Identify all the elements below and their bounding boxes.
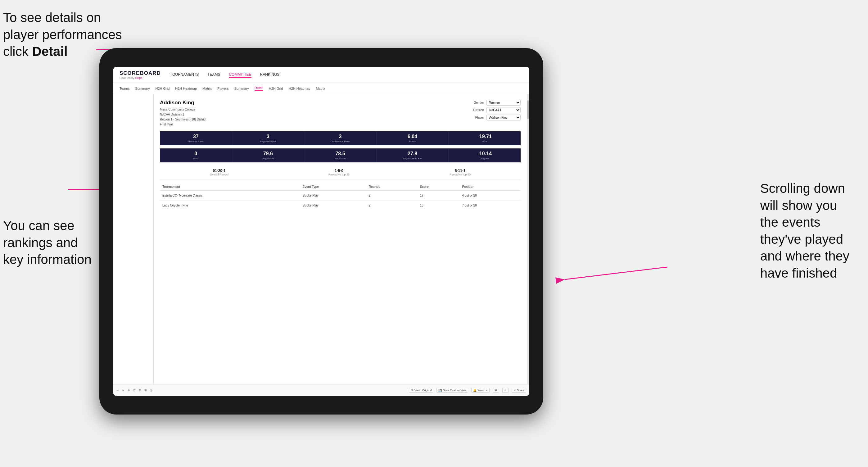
subnav-summary2[interactable]: Summary (235, 87, 249, 90)
player-division: NJCAA Division 1 (160, 112, 207, 117)
logo-powered: Powered by clippd (120, 76, 161, 80)
stat-cell: 27.8Avg Score to Par (377, 148, 449, 162)
subnav-teams[interactable]: Teams (120, 87, 129, 90)
stat-cell: -19.71SoS (448, 131, 521, 145)
filter-player-row: Player Addison King (469, 115, 521, 121)
nav-committee[interactable]: COMMITTEE (229, 72, 251, 78)
cell-position: 4 out of 20 (460, 191, 521, 200)
toolbar-icon-4[interactable]: ⊡ (133, 389, 136, 392)
records-row: 91-20-1Overall Record1-5-0Record vs top … (160, 165, 521, 180)
subnav-h2h-heatmap[interactable]: H2H Heatmap (175, 87, 197, 90)
cell-score: 16 (417, 200, 460, 211)
filter-gender-label: Gender (469, 101, 484, 104)
subnav-h2h-grid[interactable]: H2H Grid (155, 87, 169, 90)
nav-bar: SCOREBOARD Powered by clippd TOURNAMENTS… (113, 67, 529, 83)
save-view-icon: 💾 (438, 389, 442, 392)
col-score: Score (417, 183, 460, 191)
table-row: Estella CC- Mountain Classic Stroke Play… (160, 191, 521, 200)
filter-gender-select[interactable]: Women (487, 100, 521, 105)
stats-row-2: 0Wins79.6Avg Score78.5Adj Score27.8Avg S… (160, 148, 521, 162)
subnav-players[interactable]: Players (217, 87, 229, 90)
nav-teams[interactable]: TEAMS (207, 72, 220, 78)
record-item: 5-11-1Record vs top 50 (450, 168, 471, 176)
player-filters: Gender Women Division NJCAA I (469, 100, 521, 121)
nav-tournaments[interactable]: TOURNAMENTS (170, 72, 199, 78)
col-event-type: Event Type (300, 183, 366, 191)
nav-rankings[interactable]: RANKINGS (260, 72, 280, 78)
record-item: 91-20-1Overall Record (210, 168, 228, 176)
toolbar-redo-icon[interactable]: ↪ (122, 389, 124, 392)
toolbar-watch[interactable]: 🔔 Watch ▾ (471, 388, 490, 393)
cell-tournament: Lady Coyote Invite (160, 200, 300, 211)
detail-panel: Addison King Mesa Community College NJCA… (154, 94, 527, 384)
sub-nav: Teams Summary H2H Grid H2H Heatmap Matri… (113, 83, 529, 94)
player-region: Region 1 - Southwest (18) District (160, 117, 207, 122)
toolbar-icon-7[interactable]: ◷ (150, 389, 152, 392)
stat-cell: 0Wins (160, 148, 232, 162)
cell-position: 7 out of 20 (460, 200, 521, 211)
stat-cell: 78.5Adj Score (304, 148, 377, 162)
stat-cell: 37National Rank (160, 131, 232, 145)
col-rounds: Rounds (366, 183, 417, 191)
toolbar-share[interactable]: ↗ Share (512, 388, 526, 393)
toolbar-icon-5[interactable]: ⊟ (139, 389, 141, 392)
toolbar-screen[interactable]: 🖥 (493, 388, 499, 393)
player-info: Addison King Mesa Community College NJCA… (160, 100, 207, 127)
player-header: Addison King Mesa Community College NJCA… (160, 100, 521, 127)
subnav-matrix2[interactable]: Matrix (316, 87, 325, 90)
cell-rounds: 2 (366, 200, 417, 211)
filter-division-row: Division NJCAA I (469, 107, 521, 113)
sidebar (113, 94, 154, 384)
player-year: First Year (160, 122, 207, 127)
player-name: Addison King (160, 100, 207, 106)
annotation-top-left: To see details on player performances cl… (3, 9, 122, 60)
cell-event-type: Stroke Play (300, 191, 366, 200)
scroll-track[interactable] (527, 94, 529, 384)
player-college: Mesa Community College (160, 107, 207, 112)
toolbar-save-custom-view[interactable]: 💾 Save Custom View (436, 388, 468, 393)
record-item: 1-5-0Record vs top 25 (329, 168, 349, 176)
cell-rounds: 2 (366, 191, 417, 200)
cell-score: 17 (417, 191, 460, 200)
nav-links: TOURNAMENTS TEAMS COMMITTEE RANKINGS (170, 72, 279, 78)
cell-tournament: Estella CC- Mountain Classic (160, 191, 300, 200)
table-header-row: Tournament Event Type Rounds Score Posit… (160, 183, 521, 191)
logo-area: SCOREBOARD Powered by clippd (120, 70, 161, 80)
stat-cell: 3Regional Rank (232, 131, 305, 145)
logo-scoreboard: SCOREBOARD (120, 70, 161, 76)
annotation-bottom-left: You can see rankings and key information (3, 217, 92, 268)
share-icon: ↗ (514, 389, 516, 392)
col-tournament: Tournament (160, 183, 300, 191)
table-row: Lady Coyote Invite Stroke Play 2 16 7 ou… (160, 200, 521, 211)
main-content: Addison King Mesa Community College NJCA… (113, 94, 529, 384)
stat-cell: 3Conference Rank (304, 131, 377, 145)
stat-cell: 79.6Avg Score (232, 148, 305, 162)
screen-icon: 🖥 (495, 389, 497, 392)
tablet-screen: SCOREBOARD Powered by clippd TOURNAMENTS… (113, 67, 529, 396)
subnav-detail[interactable]: Detail (254, 86, 263, 91)
filter-gender-row: Gender Women (469, 100, 521, 105)
subnav-h2h-grid2[interactable]: H2H Grid (269, 87, 283, 90)
toolbar-expand[interactable]: ⤢ (502, 388, 508, 393)
toolbar-undo-icon[interactable]: ↩ (116, 389, 119, 392)
watch-icon: 🔔 (473, 389, 476, 392)
filter-player-label: Player (469, 116, 484, 119)
scroll-thumb[interactable] (527, 100, 529, 119)
cell-event-type: Stroke Play (300, 200, 366, 211)
annotation-right: Scrolling down will show you the events … (760, 180, 849, 282)
filter-division-label: Division (469, 108, 484, 112)
stat-cell: -10.14Avg SG (448, 148, 521, 162)
events-table: Tournament Event Type Rounds Score Posit… (160, 183, 521, 210)
subnav-summary[interactable]: Summary (135, 87, 150, 90)
col-position: Position (460, 183, 521, 191)
view-original-icon: 👁 (411, 389, 413, 392)
toolbar-icon-3[interactable]: ⊕ (128, 389, 130, 392)
toolbar-view-original[interactable]: 👁 View: Original (409, 388, 433, 393)
subnav-h2h-heatmap2[interactable]: H2H Heatmap (289, 87, 310, 90)
subnav-matrix[interactable]: Matrix (203, 87, 212, 90)
filter-player-select[interactable]: Addison King (487, 115, 521, 121)
stat-cell: 6.04Points (377, 131, 449, 145)
toolbar-icon-6[interactable]: ⊞ (144, 389, 147, 392)
stats-row-1: 37National Rank3Regional Rank3Conference… (160, 131, 521, 145)
filter-division-select[interactable]: NJCAA I (487, 107, 521, 113)
